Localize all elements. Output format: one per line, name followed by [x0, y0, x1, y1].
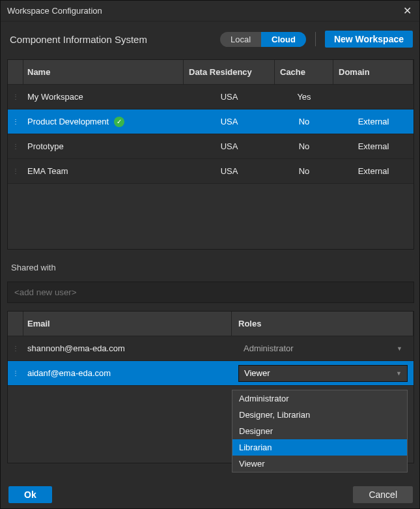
role-cell: Viewer▼AdministratorDesigner, LibrarianD…	[232, 365, 413, 382]
workspace-name: EMA Team	[27, 166, 68, 176]
workspace-residency: USA	[184, 141, 275, 151]
workspace-row[interactable]: ⋮EMA TeamUSANoExternal	[8, 159, 413, 184]
workspace-domain: External	[333, 141, 413, 151]
chevron-down-icon: ▼	[396, 370, 402, 377]
role-select[interactable]: Viewer▼	[238, 365, 408, 382]
drag-handle-icon[interactable]: ⋮	[8, 118, 23, 125]
cancel-button[interactable]: Cancel	[353, 486, 413, 503]
workspace-residency: USA	[184, 166, 275, 176]
toolbar: Component Information System Local Cloud…	[1, 22, 420, 57]
workspace-table-header: Name Data Residency Cache Domain	[8, 60, 413, 85]
workspace-cache: No	[275, 117, 333, 126]
workspace-row[interactable]: ⋮Product Development✓USANoExternal	[8, 109, 413, 134]
drag-handle-icon[interactable]: ⋮	[8, 143, 23, 150]
col-residency[interactable]: Data Residency	[184, 60, 275, 84]
role-dropdown: AdministratorDesigner, LibrarianDesigner…	[232, 390, 408, 473]
workspace-table: Name Data Residency Cache Domain ⋮My Wor…	[7, 59, 414, 250]
share-row[interactable]: ⋮shannonh@ema-eda.comAdministrator▼	[8, 336, 413, 361]
titlebar: Workspace Configuration ✕	[1, 1, 420, 22]
col-cache[interactable]: Cache	[275, 60, 333, 84]
share-row[interactable]: ⋮aidanf@ema-eda.comViewer▼AdministratorD…	[8, 361, 413, 386]
workspace-domain: External	[333, 117, 413, 126]
toggle-local[interactable]: Local	[220, 32, 261, 47]
workspace-residency: USA	[184, 117, 275, 126]
role-value: Administrator	[244, 343, 294, 353]
share-table: Email Roles ⋮shannonh@ema-eda.comAdminis…	[7, 311, 414, 463]
verified-icon: ✓	[114, 117, 124, 127]
new-workspace-button[interactable]: New Workspace	[325, 31, 413, 48]
location-toggle: Local Cloud	[220, 32, 306, 47]
divider	[315, 32, 316, 46]
workspace-cache: No	[275, 166, 333, 176]
share-table-header: Email Roles	[8, 312, 413, 336]
add-user-input[interactable]	[7, 282, 414, 303]
role-value: Viewer	[244, 368, 270, 378]
role-cell: Administrator▼	[232, 340, 413, 357]
subtitle: Component Information System	[10, 34, 147, 45]
drag-handle-icon[interactable]: ⋮	[8, 370, 23, 377]
close-icon[interactable]: ✕	[400, 5, 414, 17]
workspace-row[interactable]: ⋮PrototypeUSANoExternal	[8, 134, 413, 159]
role-option[interactable]: Designer	[232, 423, 407, 439]
col-email[interactable]: Email	[23, 312, 232, 336]
drag-handle-icon[interactable]: ⋮	[8, 93, 23, 100]
workspace-cache: Yes	[275, 92, 333, 102]
ok-button[interactable]: Ok	[8, 486, 52, 503]
shared-with-label: Shared with	[11, 263, 410, 272]
role-option[interactable]: Viewer	[232, 456, 407, 472]
workspace-residency: USA	[184, 92, 275, 102]
col-roles[interactable]: Roles	[232, 312, 413, 336]
role-option[interactable]: Librarian	[232, 439, 407, 456]
share-email: aidanf@ema-eda.com	[23, 368, 232, 378]
workspace-name: Product Development	[27, 117, 109, 126]
role-option[interactable]: Administrator	[232, 390, 407, 407]
col-name[interactable]: Name	[23, 60, 184, 84]
drag-handle-icon[interactable]: ⋮	[8, 345, 23, 352]
workspace-domain: External	[333, 166, 413, 176]
role-select[interactable]: Administrator▼	[238, 340, 408, 357]
role-option[interactable]: Designer, Librarian	[232, 407, 407, 423]
workspace-row[interactable]: ⋮My WorkspaceUSAYes	[8, 85, 413, 109]
share-email: shannonh@ema-eda.com	[23, 343, 232, 353]
col-domain[interactable]: Domain	[333, 60, 413, 84]
toggle-cloud[interactable]: Cloud	[261, 32, 306, 47]
workspace-name: My Workspace	[27, 92, 83, 102]
chevron-down-icon: ▼	[397, 345, 402, 352]
workspace-name: Prototype	[27, 141, 64, 151]
workspace-cache: No	[275, 141, 333, 151]
window-title: Workspace Configuration	[7, 6, 102, 16]
dialog-footer: Ok Cancel	[1, 480, 420, 509]
drag-handle-icon[interactable]: ⋮	[8, 167, 23, 175]
